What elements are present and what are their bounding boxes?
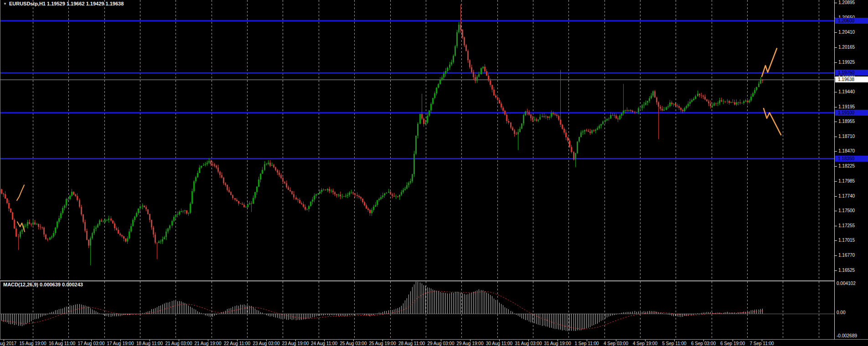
- time-label: 25 Aug 19:00: [369, 341, 396, 346]
- bear-candle-wicks: [2, 4, 763, 259]
- time-label: 16 Aug 11:00: [49, 341, 75, 346]
- price-tick-mark: [835, 166, 837, 167]
- symbol-label: EURUSDstp,H1: [9, 1, 46, 6]
- price-tick-label: 1.19195: [838, 104, 855, 109]
- level-price-label: 1.19750: [835, 70, 868, 76]
- macd-chart-svg: [0, 281, 835, 340]
- price-tick-label: 1.20165: [838, 45, 855, 50]
- time-label: 18 Aug 11:00: [136, 341, 163, 346]
- price-tick-mark: [835, 107, 837, 107]
- price-axis[interactable]: 1.208951.206501.204101.201651.199251.196…: [834, 0, 868, 339]
- time-label: 29 Aug 03:00: [428, 341, 455, 346]
- time-label: 4 Sep 03:00: [604, 341, 628, 346]
- price-tick-label: 1.20410: [838, 30, 855, 35]
- time-label: 15 Aug 19:00: [20, 341, 46, 346]
- price-tick-label: 1.16525: [838, 268, 855, 273]
- price-tick-label: 1.17740: [838, 193, 855, 198]
- chart-title: ▼EURUSDstp,H1 1.19529 1.19662 1.19429 1.…: [3, 1, 124, 6]
- main-chart-pane[interactable]: ▼EURUSDstp,H1 1.19529 1.19662 1.19429 1.…: [0, 0, 835, 279]
- small-up-curve-left-arrow: [17, 185, 24, 201]
- time-label: 4 Sep 19:00: [633, 341, 657, 346]
- price-tick-label: 1.17255: [838, 223, 855, 228]
- small-down-zigzag-left-arrow: [17, 222, 25, 232]
- time-label: 29 Aug 19:00: [457, 341, 484, 346]
- time-label: 25 Aug 03:00: [340, 341, 367, 346]
- price-tick-mark: [835, 255, 837, 256]
- time-label: 31 Aug 19:00: [544, 341, 571, 346]
- price-tick-mark: [835, 3, 837, 3]
- price-tick-mark: [835, 240, 837, 241]
- ohlc-readout: 1.19529 1.19662 1.19429 1.19638: [47, 1, 124, 6]
- price-tick-mark: [835, 270, 837, 271]
- price-tick-mark: [835, 47, 837, 48]
- price-tick-label: 1.20895: [838, 0, 855, 5]
- level-price-label: 1.20600: [835, 18, 868, 24]
- price-tick-mark: [835, 62, 837, 63]
- current-price-label: 1.19638: [835, 76, 868, 82]
- time-label: 7 Sep 11:00: [749, 341, 774, 346]
- macd-label: MACD(12,26,9): [3, 282, 38, 287]
- time-label: 31 Aug 03:00: [515, 341, 542, 346]
- price-tick-mark: [835, 137, 837, 137]
- price-tick-label: 1.17015: [838, 238, 855, 243]
- mt4-chart-window: ▼EURUSDstp,H1 1.19529 1.19662 1.19429 1.…: [0, 0, 868, 346]
- price-tick-mark: [835, 196, 837, 197]
- time-label: 1 Sep 11:00: [574, 341, 599, 346]
- macd-axis-label-bottom: -0.002689: [837, 333, 857, 338]
- price-tick-label: 1.18225: [838, 163, 855, 168]
- level-price-label: 1.19100: [835, 110, 868, 116]
- price-tick-label: 1.18955: [838, 119, 855, 124]
- price-tick-mark: [835, 211, 837, 211]
- price-tick-label: 1.17985: [838, 178, 855, 183]
- time-label: 23 Aug 03:00: [253, 341, 280, 346]
- price-tick-mark: [835, 92, 837, 92]
- macd-indicator-pane[interactable]: MACD(12,26,9) 0.000639 0.000243: [0, 280, 835, 340]
- time-label: 23 Aug 19:00: [282, 341, 309, 346]
- macd-axis-label-top: 0.004102: [837, 281, 856, 286]
- price-tick-label: 1.16770: [838, 253, 855, 258]
- price-tick-mark: [835, 122, 837, 122]
- price-tick-label: 1.19925: [838, 60, 855, 65]
- time-axis[interactable]: 15 Aug 201715 Aug 19:0016 Aug 11:0017 Au…: [0, 339, 868, 346]
- price-tick-mark: [835, 32, 837, 33]
- time-label: 28 Aug 11:00: [398, 341, 425, 346]
- time-label: 22 Aug 11:00: [224, 341, 250, 346]
- level-price-label: 1.18350: [835, 156, 868, 162]
- time-label: 21 Aug 19:00: [195, 341, 222, 346]
- price-chart-svg: [0, 0, 835, 279]
- time-label: 5 Sep 11:00: [662, 341, 686, 346]
- time-label: 24 Aug 11:00: [311, 341, 337, 346]
- price-tick-label: 1.18710: [838, 134, 855, 139]
- price-tick-label: 1.17500: [838, 208, 855, 213]
- macd-title: MACD(12,26,9) 0.000639 0.000243: [3, 282, 83, 287]
- time-label: 21 Aug 03:00: [165, 341, 192, 346]
- macd-histogram: [2, 282, 763, 331]
- time-label: 6 Sep 19:00: [720, 341, 745, 346]
- price-tick-mark: [835, 226, 837, 226]
- macd-axis-label-zero: 0.00: [837, 310, 845, 315]
- time-label: 15 Aug 2017: [0, 341, 16, 346]
- time-label: 6 Sep 03:00: [691, 341, 716, 346]
- price-tick-mark: [835, 181, 837, 182]
- macd-signal-line: [2, 291, 763, 329]
- time-label: 17 Aug 03:00: [78, 341, 105, 346]
- price-tick-mark: [835, 151, 837, 152]
- macd-values: 0.000639 0.000243: [40, 282, 83, 287]
- symbol-dropdown-icon[interactable]: ▼: [3, 2, 7, 6]
- time-label: 30 Aug 11:00: [486, 341, 512, 346]
- bear-candle-bodies: [1, 25, 763, 245]
- price-tick-label: 1.18470: [838, 148, 855, 153]
- time-label: 17 Aug 19:00: [107, 341, 134, 346]
- price-tick-label: 1.19440: [838, 89, 855, 94]
